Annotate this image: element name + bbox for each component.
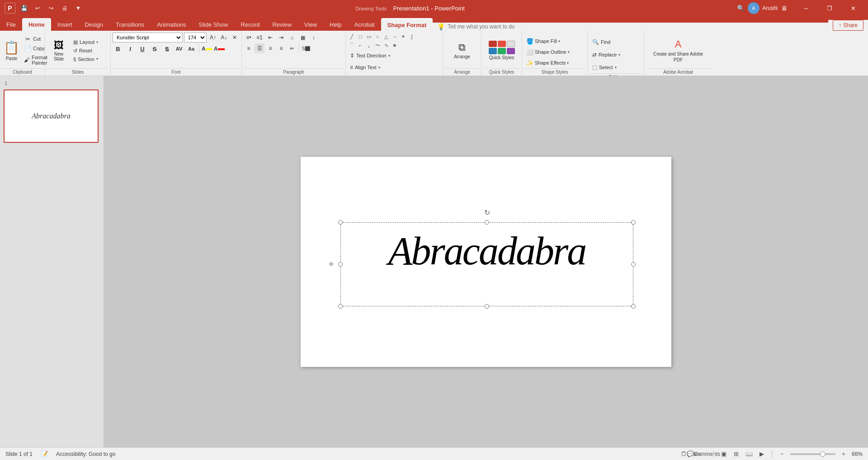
font-decrease-button[interactable]: A↓ — [219, 33, 229, 42]
shape-effects-button[interactable]: ✨ Shape Effects ▾ — [524, 58, 571, 68]
tab-slideshow[interactable]: Slide Show — [192, 18, 234, 31]
tab-file[interactable]: File — [0, 18, 22, 31]
tab-help[interactable]: Help — [323, 18, 348, 31]
handle-top-left[interactable] — [338, 220, 343, 225]
shape-rounded-rect[interactable]: ▭ — [365, 33, 373, 41]
align-left-button[interactable]: ≡ — [244, 43, 254, 53]
clear-format-button[interactable]: ✕ — [230, 33, 240, 42]
shape-oval[interactable]: ○ — [373, 33, 382, 41]
shape-curve2[interactable]: 〜 — [373, 41, 382, 49]
reading-view-button[interactable]: 📖 — [745, 450, 754, 459]
font-name-select[interactable]: Kunstler Script — [113, 33, 183, 42]
tell-me-input[interactable] — [445, 23, 535, 31]
italic-button[interactable]: I — [125, 43, 136, 54]
justify-button[interactable]: ≡ — [276, 43, 286, 53]
shape-rect[interactable]: □ — [356, 33, 364, 41]
tab-view[interactable]: View — [298, 18, 323, 31]
strikethrough-button[interactable]: S — [149, 43, 160, 54]
handle-middle-right[interactable] — [631, 262, 636, 267]
shadow-button[interactable]: S — [161, 43, 172, 54]
font-increase-button[interactable]: A↑ — [208, 33, 217, 42]
align-center-button[interactable]: ☰ — [255, 43, 264, 53]
line-spacing-button[interactable]: ↕ — [309, 33, 319, 42]
highlight-button[interactable]: A — [202, 43, 212, 54]
font-size-select[interactable]: 174 — [184, 33, 207, 42]
tab-acrobat[interactable]: Acrobat — [348, 18, 381, 31]
search-icon[interactable]: 🔍 — [737, 4, 745, 12]
cols-button[interactable]: ▦ — [298, 33, 308, 42]
tab-home[interactable]: Home — [22, 18, 51, 31]
reset-button[interactable]: ↺ Reset — [71, 47, 100, 55]
bold-button[interactable]: B — [113, 43, 123, 54]
shape-curve[interactable]: ∫ — [408, 33, 416, 41]
user-avatar[interactable]: A — [748, 2, 760, 14]
rotate-handle[interactable]: ↻ — [483, 209, 491, 217]
tab-animations[interactable]: Animations — [151, 18, 192, 31]
slideshow-button[interactable]: ▶ — [757, 450, 766, 459]
quick-access-save[interactable]: 💾 — [19, 3, 29, 13]
slide-sorter-button[interactable]: ⊞ — [732, 450, 741, 459]
shape-line[interactable]: ╱ — [348, 33, 356, 41]
shape-corner[interactable]: ⌐ — [356, 41, 364, 49]
tab-insert[interactable]: Insert — [51, 18, 79, 31]
quick-access-undo[interactable]: ↩ — [33, 3, 42, 13]
shape-more[interactable]: ▼ — [399, 33, 407, 41]
shape-outline-button[interactable]: ⬜ Shape Outline ▾ — [524, 47, 572, 57]
select-button[interactable]: ⬚ Select ▾ — [590, 61, 619, 73]
shape-bent[interactable]: ⌞ — [365, 41, 373, 49]
rtl-button[interactable]: ⇐ — [287, 43, 297, 53]
slide-thumbnail[interactable]: Abracadabra — [4, 89, 99, 143]
smart-art-text-button[interactable]: ⌂ — [287, 33, 297, 42]
find-button[interactable]: 🔍 Find — [590, 36, 613, 48]
tab-transitions[interactable]: Transitions — [109, 18, 151, 31]
handle-bottom-left[interactable] — [338, 304, 343, 309]
comments-button[interactable]: 💬 Comments — [699, 450, 708, 459]
handle-bottom-middle[interactable] — [485, 304, 489, 309]
align-text-button[interactable]: ≡ Align Text ▾ — [348, 62, 420, 73]
text-shadow-button[interactable]: S⬛ — [301, 43, 311, 53]
spacing-button[interactable]: AV — [174, 43, 184, 54]
tab-design[interactable]: Design — [79, 18, 109, 31]
monitor-icon[interactable]: 🖥 — [780, 4, 788, 12]
normal-view-button[interactable]: ▣ — [719, 450, 728, 459]
handle-bottom-right[interactable] — [631, 304, 636, 309]
handle-middle-left[interactable] — [338, 262, 343, 267]
restore-button[interactable]: ❐ — [819, 0, 840, 16]
section-button[interactable]: § Section ▾ — [71, 56, 100, 63]
shape-freeform[interactable]: ∿ — [382, 41, 390, 49]
handle-top-middle[interactable] — [485, 220, 489, 225]
replace-button[interactable]: ⇄ Replace ▾ — [590, 49, 623, 61]
new-slide-button[interactable]: 🖼 New Slide — [47, 35, 71, 66]
minimize-button[interactable]: ─ — [796, 0, 816, 16]
numbering-button[interactable]: ≡1 — [255, 33, 264, 42]
notes-status-icon[interactable]: 📝 — [40, 450, 49, 459]
zoom-slider[interactable] — [790, 453, 835, 455]
adobe-button[interactable]: A Create and Share Adobe PDF — [646, 35, 710, 66]
tab-record[interactable]: Record — [235, 18, 266, 31]
handle-top-right[interactable] — [631, 220, 636, 225]
layout-button[interactable]: ▤ Layout ▾ — [71, 38, 100, 46]
quick-access-redo[interactable]: ↪ — [46, 3, 56, 13]
tab-review[interactable]: Review — [266, 18, 298, 31]
text-direction-button[interactable]: ⇕ Text Direction ▾ — [348, 50, 420, 61]
quick-styles-button[interactable]: Quick Styles — [485, 35, 519, 66]
increase-indent-button[interactable]: ⇥ — [276, 33, 286, 42]
share-button[interactable]: ↑ Share — [833, 20, 863, 31]
underline-button[interactable]: U — [137, 43, 148, 54]
zoom-thumb[interactable] — [820, 451, 826, 457]
shape-fill-button[interactable]: 🪣 Shape Fill ▾ — [524, 36, 562, 46]
quick-access-dropdown[interactable]: ▼ — [73, 3, 83, 13]
shape-star[interactable]: ★ — [391, 41, 399, 49]
move-handle[interactable]: ✛ — [327, 260, 335, 268]
align-right-button[interactable]: ≡ — [265, 43, 275, 53]
arrange-button[interactable]: ⧉ Arrange — [450, 35, 474, 66]
font-color-button[interactable]: A — [214, 43, 225, 54]
zoom-in-button[interactable]: + — [839, 450, 848, 459]
close-button[interactable]: ✕ — [843, 0, 863, 16]
quick-access-print[interactable]: 🖨 — [60, 3, 70, 13]
shape-triangle[interactable]: △ — [382, 33, 390, 41]
paste-button[interactable]: 📋 Paste — [2, 35, 21, 66]
decrease-indent-button[interactable]: ⇤ — [265, 33, 275, 42]
tab-shape-format[interactable]: Shape Format — [381, 18, 433, 31]
font-size-btn2[interactable]: Aa — [186, 43, 197, 54]
